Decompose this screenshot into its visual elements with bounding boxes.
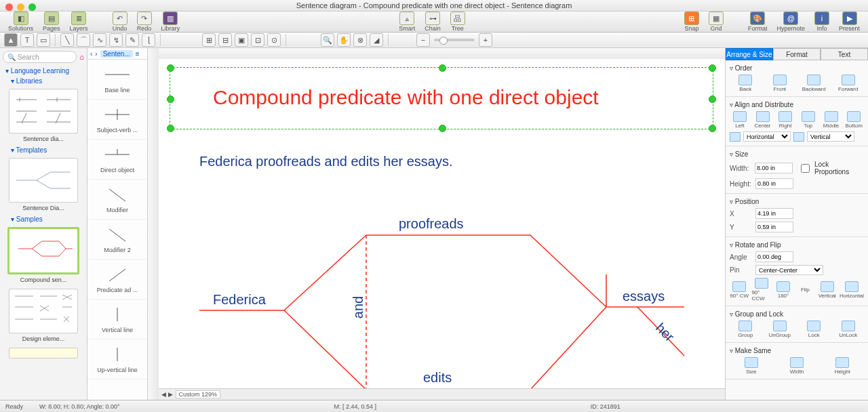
x-input[interactable]: [755, 208, 793, 219]
section-language[interactable]: ▾ Language Learning: [0, 66, 87, 76]
crop-tool[interactable]: ⊗: [353, 33, 367, 47]
arc-tool[interactable]: ⌒: [77, 33, 90, 47]
connector-tool[interactable]: ↯: [109, 33, 123, 47]
hand-tool[interactable]: ✋: [337, 33, 351, 47]
order-forward[interactable]: Forward: [833, 75, 865, 92]
label-subject[interactable]: Federica: [213, 292, 266, 308]
lib-modifier[interactable]: Modifier: [87, 180, 147, 220]
label-verb1[interactable]: proofreads: [399, 216, 464, 232]
align-center[interactable]: Center: [753, 111, 773, 129]
rotate-180[interactable]: 180°: [774, 281, 793, 299]
layers-button[interactable]: ≣Layers: [66, 12, 92, 32]
chain-button[interactable]: ⊶Chain: [420, 12, 445, 32]
same-width[interactable]: Width: [775, 357, 818, 375]
tree-button[interactable]: 品Tree: [446, 12, 469, 32]
position-header[interactable]: ▿ Position: [730, 197, 864, 207]
maximize-icon[interactable]: [28, 3, 36, 11]
lib-subjverb[interactable]: Subject-verb ...: [87, 100, 147, 140]
zoom-out[interactable]: −: [416, 33, 430, 47]
close-icon[interactable]: [5, 3, 13, 11]
page-nav[interactable]: ◀ ▶: [161, 391, 173, 398]
zoom-in[interactable]: +: [479, 33, 492, 47]
info-button[interactable]: iInfo: [810, 12, 833, 32]
zoom-slider[interactable]: [434, 39, 475, 41]
nav-menu-icon[interactable]: ≡: [136, 50, 140, 58]
align-right[interactable]: Right: [775, 111, 795, 129]
label-verb2[interactable]: edits: [423, 370, 452, 386]
same-height[interactable]: Height: [821, 357, 864, 375]
dist-v-icon[interactable]: [793, 132, 804, 142]
solutions-home-icon[interactable]: ⌂: [79, 53, 87, 61]
zoom-tool[interactable]: 🔍: [321, 33, 334, 47]
zoom-dropdown[interactable]: Custom 129%: [176, 390, 221, 398]
lib-vline[interactable]: Vertical line: [87, 300, 147, 339]
height-input[interactable]: [755, 178, 793, 189]
makesame-header[interactable]: ▿ Make Same: [730, 346, 864, 356]
group-btn[interactable]: Group: [730, 321, 762, 338]
nav-back-icon[interactable]: ‹: [90, 50, 92, 58]
lib-upvline[interactable]: Up-vertical line: [87, 339, 147, 379]
order-front[interactable]: Front: [764, 75, 796, 92]
unlock-btn[interactable]: UnLock: [833, 321, 865, 338]
pointer-tool[interactable]: ▲: [4, 33, 18, 47]
dist-h-select[interactable]: Horizontal: [743, 131, 791, 142]
pages-button[interactable]: ▤Pages: [39, 12, 64, 32]
scribble-tool[interactable]: ✎: [125, 33, 139, 47]
rotate-header[interactable]: ▿ Rotate and Flip: [730, 240, 864, 250]
minimize-icon[interactable]: [17, 3, 24, 11]
align-bottom[interactable]: Bottom: [844, 111, 864, 129]
pin-select[interactable]: Center-Center: [755, 265, 823, 275]
tab-text[interactable]: Text: [821, 48, 868, 60]
tab-format[interactable]: Format: [773, 48, 821, 60]
distribute-tool[interactable]: ⊟: [218, 33, 232, 47]
lock-proportions-checkbox[interactable]: [801, 164, 810, 173]
present-button[interactable]: ▶Present: [835, 12, 864, 32]
rotate-cw[interactable]: 90° CW: [730, 281, 749, 299]
thumb-sample-2[interactable]: Design eleme...: [7, 289, 80, 342]
dist-v-select[interactable]: Vertical: [807, 131, 854, 142]
flip-v[interactable]: Vertical: [818, 281, 837, 299]
order-header[interactable]: ▿ Order: [730, 63, 864, 73]
order-backward[interactable]: Backward: [798, 75, 830, 92]
snap-button[interactable]: ⊞Snap: [680, 12, 703, 32]
redo-button[interactable]: ↷Redo: [133, 12, 156, 32]
thumb-template[interactable]: Sentence Dia...: [7, 158, 80, 211]
lib-modifier2[interactable]: Modifier 2: [87, 220, 147, 260]
traffic-lights[interactable]: [5, 3, 36, 11]
size-header[interactable]: ▿ Size: [730, 149, 864, 159]
lib-directobj[interactable]: Direct object: [87, 140, 147, 180]
label-obj[interactable]: essays: [623, 289, 665, 304]
align-top[interactable]: Top: [798, 111, 818, 129]
y-input[interactable]: [755, 222, 793, 232]
library-button[interactable]: ▥Library: [157, 12, 184, 32]
lib-nav[interactable]: ‹›Senten...≡: [87, 48, 147, 60]
thumb-sample-1[interactable]: Compound sen...: [7, 227, 80, 283]
align-left[interactable]: Left: [730, 111, 750, 129]
undo-button[interactable]: ↶Undo: [108, 12, 132, 32]
align-tool[interactable]: ⊞: [202, 33, 216, 47]
dist-h-icon[interactable]: [730, 132, 741, 142]
pencil-tool[interactable]: ɭ: [142, 33, 155, 47]
note-tool[interactable]: ▭: [37, 33, 50, 47]
nav-fwd-icon[interactable]: ›: [95, 50, 97, 58]
rotate-ccw[interactable]: 90° CCW: [751, 278, 770, 302]
width-input[interactable]: [755, 163, 793, 173]
text-tool[interactable]: T: [20, 33, 34, 47]
make-same-tool[interactable]: ⊡: [251, 33, 264, 47]
section-libraries[interactable]: ▾ Libraries: [0, 76, 87, 86]
same-size[interactable]: Size: [730, 357, 772, 375]
format-button[interactable]: 🎨Format: [744, 12, 772, 32]
thumb-lib[interactable]: Sentence dia...: [7, 89, 80, 142]
tab-arrange[interactable]: Arrange & Size: [726, 48, 773, 60]
angle-input[interactable]: [755, 251, 793, 262]
section-templates[interactable]: ▾ Templates: [0, 145, 87, 155]
search-input[interactable]: 🔍 Search: [3, 51, 77, 63]
order-back[interactable]: Back: [730, 75, 762, 92]
center-tool[interactable]: ⊙: [267, 33, 281, 47]
align-middle[interactable]: Middle: [821, 111, 842, 129]
lock-btn[interactable]: Lock: [798, 321, 830, 338]
group-tool[interactable]: ▣: [235, 33, 248, 47]
lib-baseline[interactable]: Base line: [87, 60, 147, 100]
label-conj[interactable]: and: [351, 296, 366, 318]
group-header[interactable]: ▿ Group and Lock: [730, 309, 864, 319]
